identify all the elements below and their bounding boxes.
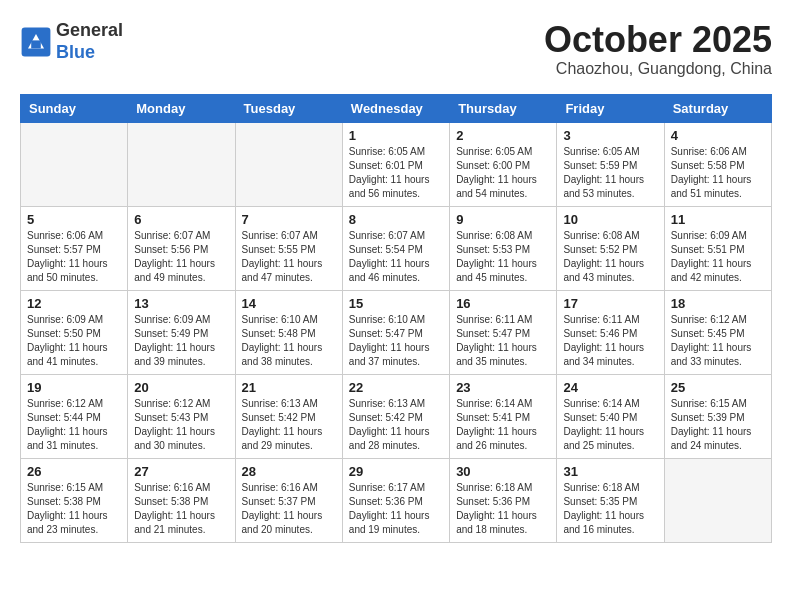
day-info: Sunrise: 6:11 AM Sunset: 5:46 PM Dayligh… — [563, 313, 657, 369]
calendar-cell: 13Sunrise: 6:09 AM Sunset: 5:49 PM Dayli… — [128, 290, 235, 374]
day-info: Sunrise: 6:06 AM Sunset: 5:57 PM Dayligh… — [27, 229, 121, 285]
day-info: Sunrise: 6:05 AM Sunset: 5:59 PM Dayligh… — [563, 145, 657, 201]
day-number: 27 — [134, 464, 228, 479]
day-info: Sunrise: 6:11 AM Sunset: 5:47 PM Dayligh… — [456, 313, 550, 369]
day-info: Sunrise: 6:15 AM Sunset: 5:39 PM Dayligh… — [671, 397, 765, 453]
calendar-cell: 31Sunrise: 6:18 AM Sunset: 5:35 PM Dayli… — [557, 458, 664, 542]
day-number: 28 — [242, 464, 336, 479]
day-info: Sunrise: 6:16 AM Sunset: 5:38 PM Dayligh… — [134, 481, 228, 537]
day-number: 17 — [563, 296, 657, 311]
page-header: General Blue October 2025 Chaozhou, Guan… — [20, 20, 772, 78]
weekday-header: Wednesday — [342, 94, 449, 122]
calendar-cell — [128, 122, 235, 206]
calendar-cell: 3Sunrise: 6:05 AM Sunset: 5:59 PM Daylig… — [557, 122, 664, 206]
calendar-cell: 22Sunrise: 6:13 AM Sunset: 5:42 PM Dayli… — [342, 374, 449, 458]
calendar-cell — [664, 458, 771, 542]
calendar-cell: 23Sunrise: 6:14 AM Sunset: 5:41 PM Dayli… — [450, 374, 557, 458]
day-info: Sunrise: 6:05 AM Sunset: 6:01 PM Dayligh… — [349, 145, 443, 201]
day-info: Sunrise: 6:08 AM Sunset: 5:52 PM Dayligh… — [563, 229, 657, 285]
day-info: Sunrise: 6:18 AM Sunset: 5:35 PM Dayligh… — [563, 481, 657, 537]
day-number: 19 — [27, 380, 121, 395]
day-number: 12 — [27, 296, 121, 311]
day-info: Sunrise: 6:12 AM Sunset: 5:44 PM Dayligh… — [27, 397, 121, 453]
calendar-cell: 4Sunrise: 6:06 AM Sunset: 5:58 PM Daylig… — [664, 122, 771, 206]
day-number: 11 — [671, 212, 765, 227]
title-section: October 2025 Chaozhou, Guangdong, China — [544, 20, 772, 78]
day-number: 14 — [242, 296, 336, 311]
calendar-week-row: 19Sunrise: 6:12 AM Sunset: 5:44 PM Dayli… — [21, 374, 772, 458]
day-info: Sunrise: 6:13 AM Sunset: 5:42 PM Dayligh… — [349, 397, 443, 453]
day-number: 18 — [671, 296, 765, 311]
calendar-cell: 12Sunrise: 6:09 AM Sunset: 5:50 PM Dayli… — [21, 290, 128, 374]
weekday-header: Sunday — [21, 94, 128, 122]
day-info: Sunrise: 6:06 AM Sunset: 5:58 PM Dayligh… — [671, 145, 765, 201]
day-info: Sunrise: 6:09 AM Sunset: 5:50 PM Dayligh… — [27, 313, 121, 369]
calendar-cell: 15Sunrise: 6:10 AM Sunset: 5:47 PM Dayli… — [342, 290, 449, 374]
calendar-cell: 25Sunrise: 6:15 AM Sunset: 5:39 PM Dayli… — [664, 374, 771, 458]
weekday-header: Monday — [128, 94, 235, 122]
day-info: Sunrise: 6:16 AM Sunset: 5:37 PM Dayligh… — [242, 481, 336, 537]
calendar-cell: 16Sunrise: 6:11 AM Sunset: 5:47 PM Dayli… — [450, 290, 557, 374]
month-title: October 2025 — [544, 20, 772, 60]
calendar-cell: 14Sunrise: 6:10 AM Sunset: 5:48 PM Dayli… — [235, 290, 342, 374]
calendar-week-row: 1Sunrise: 6:05 AM Sunset: 6:01 PM Daylig… — [21, 122, 772, 206]
day-info: Sunrise: 6:14 AM Sunset: 5:40 PM Dayligh… — [563, 397, 657, 453]
day-info: Sunrise: 6:09 AM Sunset: 5:51 PM Dayligh… — [671, 229, 765, 285]
day-number: 29 — [349, 464, 443, 479]
logo-blue: Blue — [56, 42, 123, 64]
calendar-cell: 11Sunrise: 6:09 AM Sunset: 5:51 PM Dayli… — [664, 206, 771, 290]
calendar: SundayMondayTuesdayWednesdayThursdayFrid… — [20, 94, 772, 543]
weekday-header: Tuesday — [235, 94, 342, 122]
calendar-cell: 18Sunrise: 6:12 AM Sunset: 5:45 PM Dayli… — [664, 290, 771, 374]
day-number: 31 — [563, 464, 657, 479]
day-number: 9 — [456, 212, 550, 227]
day-info: Sunrise: 6:09 AM Sunset: 5:49 PM Dayligh… — [134, 313, 228, 369]
day-number: 1 — [349, 128, 443, 143]
day-number: 13 — [134, 296, 228, 311]
day-number: 2 — [456, 128, 550, 143]
day-info: Sunrise: 6:10 AM Sunset: 5:48 PM Dayligh… — [242, 313, 336, 369]
day-number: 7 — [242, 212, 336, 227]
day-number: 3 — [563, 128, 657, 143]
calendar-cell: 28Sunrise: 6:16 AM Sunset: 5:37 PM Dayli… — [235, 458, 342, 542]
day-info: Sunrise: 6:12 AM Sunset: 5:45 PM Dayligh… — [671, 313, 765, 369]
day-info: Sunrise: 6:18 AM Sunset: 5:36 PM Dayligh… — [456, 481, 550, 537]
day-info: Sunrise: 6:07 AM Sunset: 5:55 PM Dayligh… — [242, 229, 336, 285]
svg-rect-2 — [31, 40, 41, 48]
day-info: Sunrise: 6:05 AM Sunset: 6:00 PM Dayligh… — [456, 145, 550, 201]
day-number: 4 — [671, 128, 765, 143]
logo-general: General — [56, 20, 123, 42]
calendar-cell: 1Sunrise: 6:05 AM Sunset: 6:01 PM Daylig… — [342, 122, 449, 206]
day-info: Sunrise: 6:15 AM Sunset: 5:38 PM Dayligh… — [27, 481, 121, 537]
day-number: 26 — [27, 464, 121, 479]
calendar-cell: 8Sunrise: 6:07 AM Sunset: 5:54 PM Daylig… — [342, 206, 449, 290]
day-number: 21 — [242, 380, 336, 395]
calendar-week-row: 5Sunrise: 6:06 AM Sunset: 5:57 PM Daylig… — [21, 206, 772, 290]
day-info: Sunrise: 6:07 AM Sunset: 5:56 PM Dayligh… — [134, 229, 228, 285]
day-number: 6 — [134, 212, 228, 227]
day-number: 10 — [563, 212, 657, 227]
weekday-header: Friday — [557, 94, 664, 122]
logo: General Blue — [20, 20, 123, 63]
location-title: Chaozhou, Guangdong, China — [544, 60, 772, 78]
calendar-cell — [21, 122, 128, 206]
calendar-cell: 26Sunrise: 6:15 AM Sunset: 5:38 PM Dayli… — [21, 458, 128, 542]
day-number: 16 — [456, 296, 550, 311]
logo-icon — [20, 26, 52, 58]
day-number: 8 — [349, 212, 443, 227]
day-number: 23 — [456, 380, 550, 395]
calendar-cell: 5Sunrise: 6:06 AM Sunset: 5:57 PM Daylig… — [21, 206, 128, 290]
day-number: 15 — [349, 296, 443, 311]
calendar-cell: 6Sunrise: 6:07 AM Sunset: 5:56 PM Daylig… — [128, 206, 235, 290]
calendar-cell: 19Sunrise: 6:12 AM Sunset: 5:44 PM Dayli… — [21, 374, 128, 458]
day-number: 25 — [671, 380, 765, 395]
calendar-cell: 21Sunrise: 6:13 AM Sunset: 5:42 PM Dayli… — [235, 374, 342, 458]
day-number: 30 — [456, 464, 550, 479]
day-number: 5 — [27, 212, 121, 227]
calendar-cell: 10Sunrise: 6:08 AM Sunset: 5:52 PM Dayli… — [557, 206, 664, 290]
calendar-cell: 27Sunrise: 6:16 AM Sunset: 5:38 PM Dayli… — [128, 458, 235, 542]
day-info: Sunrise: 6:10 AM Sunset: 5:47 PM Dayligh… — [349, 313, 443, 369]
calendar-cell: 7Sunrise: 6:07 AM Sunset: 5:55 PM Daylig… — [235, 206, 342, 290]
calendar-cell: 17Sunrise: 6:11 AM Sunset: 5:46 PM Dayli… — [557, 290, 664, 374]
day-info: Sunrise: 6:12 AM Sunset: 5:43 PM Dayligh… — [134, 397, 228, 453]
